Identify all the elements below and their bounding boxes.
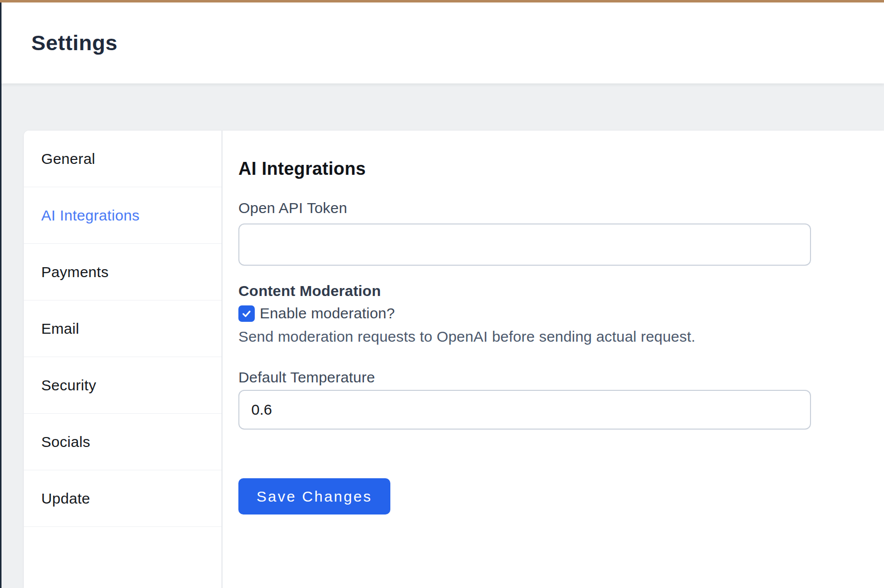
- enable-moderation-row: Enable moderation?: [238, 303, 811, 323]
- default-temperature-input[interactable]: [238, 390, 811, 430]
- default-temperature-label: Default Temperature: [238, 368, 811, 387]
- enable-moderation-checkbox[interactable]: [238, 305, 255, 322]
- enable-moderation-label: Enable moderation?: [260, 305, 395, 322]
- page-title: Settings: [31, 31, 118, 55]
- settings-card: GeneralAI IntegrationsPaymentsEmailSecur…: [24, 131, 884, 588]
- settings-content: AI Integrations Open API Token Content M…: [222, 131, 884, 588]
- checkmark-icon: [241, 308, 252, 319]
- settings-sidebar: GeneralAI IntegrationsPaymentsEmailSecur…: [24, 131, 222, 588]
- sidebar-item-payments[interactable]: Payments: [24, 244, 221, 300]
- moderation-help-text: Send moderation requests to OpenAI befor…: [238, 327, 811, 346]
- sidebar-item-ai-integrations[interactable]: AI Integrations: [24, 187, 221, 244]
- page-header: Settings: [1, 2, 884, 83]
- content-moderation-label: Content Moderation: [238, 282, 811, 300]
- open-api-token-label: Open API Token: [238, 199, 811, 218]
- open-api-token-input[interactable]: [238, 223, 811, 266]
- sidebar-item-email[interactable]: Email: [24, 300, 221, 357]
- save-changes-button[interactable]: Save Changes: [238, 478, 390, 514]
- left-accent-bar: [0, 0, 1, 588]
- section-heading: AI Integrations: [238, 158, 811, 179]
- sidebar-item-update[interactable]: Update: [24, 470, 221, 527]
- sidebar-item-security[interactable]: Security: [24, 357, 221, 414]
- sidebar-item-socials[interactable]: Socials: [24, 414, 221, 470]
- top-accent-bar: [0, 0, 884, 2]
- sidebar-item-general[interactable]: General: [24, 131, 221, 187]
